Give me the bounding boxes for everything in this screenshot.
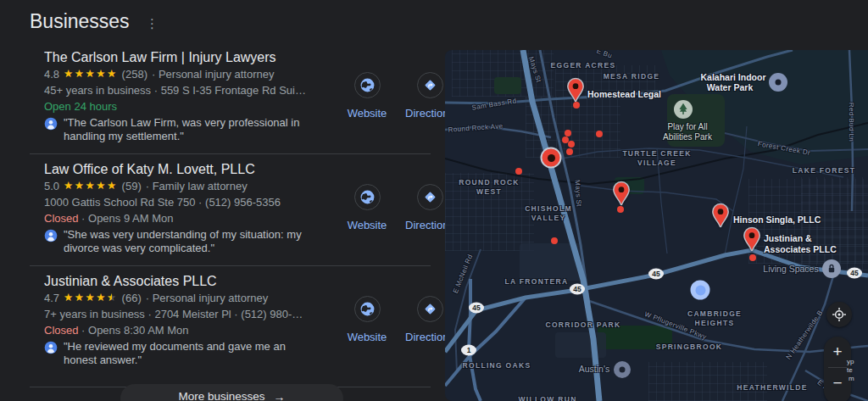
search-results-page: Businesses ⋮ The Carlson Law Firm | Inju… [0, 0, 868, 401]
map-overlay-layer: EGGER ACRESMESA RIDGETURTLE CREEKVILLAGE… [445, 50, 868, 401]
directions-icon [422, 301, 438, 317]
star-rating: ★★★★★★★★★★ [64, 69, 118, 80]
website-button[interactable] [354, 72, 381, 98]
location-dot [691, 281, 710, 300]
map-label-area: ROLLING OAKS [463, 361, 531, 370]
map-label-area: EGGER ACRES [551, 61, 616, 70]
directions-button[interactable] [417, 184, 443, 210]
directions-button[interactable] [417, 72, 443, 98]
open-status: Closed [44, 324, 78, 337]
cut-off-text: te [847, 366, 853, 374]
map-label-area: WILLOW RUN [518, 395, 576, 401]
globe-icon [359, 189, 376, 205]
map-label-road: E McNeil Rd [452, 253, 475, 295]
map-label-area: CORRIDOR PARK [546, 320, 621, 329]
homestead-legal-pin[interactable] [566, 78, 586, 103]
open-status: Closed [44, 212, 78, 225]
map-label-area: HEIGHTS [695, 319, 735, 327]
location-crosshair-icon [831, 306, 848, 323]
red-dot [749, 254, 756, 261]
map-label-area: WEST [476, 187, 502, 196]
cut-off-text: m [849, 375, 854, 382]
map-label-road: Mays St [573, 180, 582, 207]
map-label-area: TURTLE CREEK [622, 149, 691, 158]
living-spaces-poi-icon [822, 259, 841, 278]
star-rating-fill: ★★★★★ [64, 292, 112, 304]
website-button[interactable] [354, 184, 381, 210]
review-quote: "He reviewed my documents and gave me an… [64, 340, 286, 367]
map-route-shield: 45 [648, 269, 664, 280]
card-divider [30, 153, 431, 154]
card-actions: Website Directions [326, 272, 461, 348]
star-rating: ★★★★★★★★★★ [64, 292, 118, 304]
map-label-area: LA FRONTERA [505, 277, 569, 286]
website-label[interactable]: Website [342, 331, 392, 343]
hinson-singla-pin[interactable] [711, 203, 731, 229]
more-businesses-button[interactable]: More businesses → [120, 384, 343, 401]
more-options-icon[interactable]: ⋮ [146, 16, 159, 31]
map[interactable]: EGGER ACRESMESA RIDGETURTLE CREEKVILLAGE… [445, 50, 868, 401]
rating-value: 4.7 [44, 290, 59, 306]
map-label-area: LAKE FOREST [793, 166, 855, 175]
arrow-right-icon: → [274, 390, 286, 401]
website-button[interactable] [354, 296, 381, 322]
review-count[interactable]: (59) [122, 178, 142, 194]
red-dot [596, 131, 603, 137]
business-category: · Family law attorney [146, 178, 248, 194]
map-label-poi: Kalahari Indoor [700, 72, 765, 82]
map-label-park: Abilities Park [663, 132, 712, 142]
map-label-poi: Associates PLLC [764, 244, 837, 254]
map-label-area: VALLEY [531, 214, 566, 222]
red-dot [565, 130, 571, 136]
kalahari-poi-icon[interactable] [769, 73, 787, 92]
map-label-area: MESA RIDGE [604, 72, 660, 81]
map-label-road: E Bu [596, 50, 614, 59]
map-label-road: Mays St [527, 56, 542, 84]
rating-value: 4.8 [44, 66, 59, 82]
cluster-marker[interactable] [541, 148, 562, 169]
map-label-poi: Water Park [707, 82, 753, 92]
austins-poi-icon[interactable] [614, 361, 631, 378]
cut-off-text: yp [847, 358, 854, 365]
business-card: The Carlson Law Firm | Injury Lawyers 4.… [30, 48, 431, 143]
open-status: Open 24 hours [44, 100, 117, 113]
globe-icon [359, 77, 376, 93]
card-actions: Website Directions [326, 160, 461, 237]
park-poi-icon [674, 100, 693, 119]
card-actions: Website Directions [326, 48, 461, 125]
star-rating: ★★★★★★★★★★ [64, 181, 118, 192]
directions-button[interactable] [417, 296, 443, 322]
card-divider [30, 265, 431, 266]
map-route-shield: 45 [570, 284, 585, 295]
review-count[interactable]: (258) [122, 66, 147, 82]
map-label-poi: Homestead Legal [587, 89, 661, 99]
map-label-poi: Hinson Singla, PLLC [733, 214, 821, 225]
map-route-shield: 45 [469, 303, 484, 314]
red-dot [617, 206, 624, 213]
map-label-area: CHISHOLM [525, 204, 572, 213]
rating-value: 5.0 [44, 178, 59, 194]
map-label-poidim: Austin's [579, 364, 609, 374]
map-label-area: HEATHERWILDE [737, 383, 807, 392]
website-label[interactable]: Website [342, 107, 392, 120]
globe-icon [359, 301, 376, 317]
more-businesses-label: More businesses [178, 390, 264, 401]
my-location-button[interactable] [826, 302, 852, 327]
reviewer-icon [44, 341, 58, 354]
red-dot [573, 102, 580, 109]
website-label[interactable]: Website [342, 219, 392, 231]
map-label-road: Red Bud Ln [848, 103, 855, 142]
unlabeled-pin[interactable] [612, 181, 632, 207]
hours-detail: · Opens 8:30 AM Mon [78, 324, 188, 337]
star-rating-fill: ★★★★★ [64, 181, 118, 192]
map-label-poi: Justinian & [764, 233, 812, 243]
business-category: · Personal injury attorney [152, 66, 275, 82]
map-label-road: N Heatherwilde B [785, 309, 825, 360]
map-label-road: Sam Bass Rd [471, 97, 517, 111]
reviewer-icon [44, 229, 58, 242]
red-dot [551, 237, 558, 244]
review-quote: "She was very understanding of my situat… [64, 228, 302, 255]
review-count[interactable]: (66) [122, 290, 142, 306]
business-category: · Personal injury attorney [146, 290, 269, 306]
justinian-associates-pin[interactable] [743, 227, 762, 253]
